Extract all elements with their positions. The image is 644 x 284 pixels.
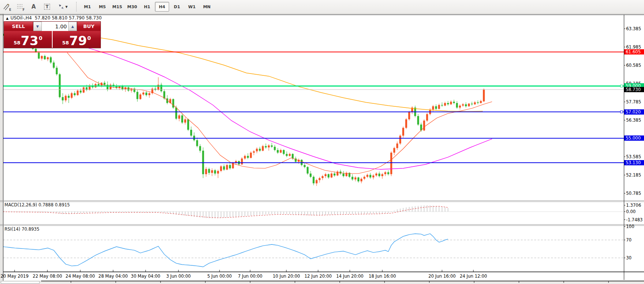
sell-price-display[interactable]: 58730 bbox=[4, 31, 52, 48]
time-axis-label: 24 Jun 12:00 bbox=[460, 274, 487, 279]
timeframe-button-h1[interactable]: H1 bbox=[140, 2, 154, 12]
chart-ohlc-header: ▲USOil-,H4 57.820 58.810 57.790 58.730 bbox=[6, 15, 102, 21]
sell-button[interactable]: SELL bbox=[4, 22, 33, 31]
price-axis-label: 63.385 bbox=[626, 26, 641, 31]
time-axis-label: 5 Jun 00:00 bbox=[207, 274, 232, 279]
timeframe-button-m1[interactable]: M1 bbox=[80, 2, 94, 12]
timeframe-button-m5[interactable]: M5 bbox=[95, 2, 109, 12]
time-axis-label: 22 May 08:00 bbox=[33, 274, 62, 279]
price-axis-label: 61.985 bbox=[626, 44, 641, 50]
macd-axis-label: 1.3706 bbox=[626, 203, 641, 208]
candles-layer bbox=[2, 32, 624, 186]
buy-price-display[interactable]: 58790 bbox=[53, 31, 100, 48]
timeframe-button-m30[interactable]: M30 bbox=[125, 2, 139, 12]
macd-axis-label: 0.00 bbox=[626, 209, 636, 214]
time-axis-label: 28 May 04:00 bbox=[99, 274, 128, 279]
next-chart-top-strip bbox=[0, 281, 644, 284]
time-axis-label: 30 May 04:00 bbox=[131, 274, 161, 279]
buy-button[interactable]: BUY bbox=[77, 22, 100, 31]
time-axis-label: 20 Jun 16:00 bbox=[428, 274, 455, 279]
timeframe-button-h4[interactable]: H4 bbox=[155, 2, 169, 12]
equidistant-channel-icon[interactable]: E bbox=[1, 1, 13, 12]
sell-price-big: 73 bbox=[21, 34, 38, 47]
price-axis-label: 60.585 bbox=[626, 63, 641, 68]
toolbar-separator bbox=[76, 2, 77, 12]
timeframe-button-mn[interactable]: MN bbox=[200, 2, 214, 12]
rsi-axis-label: 100 bbox=[626, 224, 634, 229]
time-axis-label: 20 May 2019 bbox=[1, 274, 29, 279]
time-axis-label: 7 Jun 00:00 bbox=[238, 274, 262, 279]
tool-badge: E bbox=[9, 8, 11, 12]
buy-price-small: 58 bbox=[62, 40, 69, 46]
macd-signal-line bbox=[3, 206, 448, 218]
toolbar: E F A T ▼ M1M5M15M30H1H4D1W1MN bbox=[0, 0, 644, 14]
timeframe-group: M1M5M15M30H1H4D1W1MN bbox=[80, 2, 214, 12]
price-axis-label: 53.585 bbox=[626, 154, 641, 159]
timeframe-button-d1[interactable]: D1 bbox=[170, 2, 184, 12]
price-axis-label: 50.785 bbox=[626, 191, 641, 196]
ma-medium bbox=[87, 47, 492, 169]
price-axis-badge: 53.130 bbox=[624, 160, 644, 165]
price-axis-badge: 61.605 bbox=[624, 49, 644, 54]
volume-decrease-button[interactable]: ▼ bbox=[33, 22, 42, 31]
one-click-trading-panel: SELL ▼ ▲ BUY 58730 58790 bbox=[4, 21, 101, 48]
ma-slow bbox=[87, 36, 483, 112]
timeframe-button-w1[interactable]: W1 bbox=[185, 2, 199, 12]
rsi-line bbox=[3, 234, 448, 267]
macd-label: MACD(12,26,9) 0.7888 0.8915 bbox=[4, 202, 70, 207]
low-value: 57.790 bbox=[69, 15, 85, 21]
time-axis-label: 14 Jun 20:00 bbox=[336, 274, 363, 279]
volume-increase-button[interactable]: ▲ bbox=[68, 22, 77, 31]
macd-layer bbox=[3, 205, 624, 218]
text-box-icon[interactable]: T bbox=[41, 1, 53, 12]
rsi-layer bbox=[3, 234, 624, 267]
sell-price-sup: 0 bbox=[39, 35, 43, 41]
price-axis-label: 52.185 bbox=[626, 172, 641, 178]
open-value: 57.820 bbox=[35, 15, 50, 21]
volume-input[interactable] bbox=[42, 22, 68, 31]
time-axis-label: 24 May 08:00 bbox=[66, 274, 95, 279]
time-axis-label: 12 Jun 20:00 bbox=[304, 274, 332, 279]
price-axis-label: 56.385 bbox=[626, 118, 641, 123]
buy-price-sup: 0 bbox=[87, 35, 91, 41]
price-axis-label: 57.785 bbox=[626, 99, 641, 104]
arrow-tools-icon[interactable]: ▼ bbox=[55, 1, 71, 12]
close-value: 58.730 bbox=[86, 15, 102, 21]
rsi-axis-label: 30 bbox=[626, 255, 632, 260]
sell-price-small: 58 bbox=[13, 40, 20, 46]
timeframe-button-m15[interactable]: M15 bbox=[110, 2, 124, 12]
price-axis-badge: 55.000 bbox=[624, 135, 644, 141]
rsi-label: RSI(14) 70.8935 bbox=[4, 227, 40, 232]
mt4-chart-window: E F A T ▼ M1M5M15M30H1H4D1W1MN ▲USOil-,H… bbox=[0, 0, 644, 284]
next-chart-ruler bbox=[0, 281, 644, 284]
rsi-axis-label: 70 bbox=[626, 237, 632, 243]
chevron-down-icon: ▼ bbox=[65, 5, 68, 9]
text-label-icon[interactable]: A bbox=[28, 1, 40, 12]
fibonacci-retracement-icon[interactable]: F bbox=[14, 1, 26, 12]
time-axis-label: 18 Jun 16:00 bbox=[368, 274, 396, 279]
collapse-arrow-icon[interactable]: ▲ bbox=[6, 16, 9, 20]
ma-fast bbox=[67, 53, 492, 174]
price-axis-badge: 58.730 bbox=[624, 87, 644, 92]
macd-axis-label: -1.7483 bbox=[626, 217, 643, 222]
price-axis-badge: 57.020 bbox=[624, 109, 644, 115]
tool-badge: F bbox=[23, 8, 25, 12]
time-axis-label: 10 Jun 20:00 bbox=[273, 274, 300, 279]
time-axis-label: 3 Jun 00:00 bbox=[166, 274, 191, 279]
high-value: 58.810 bbox=[52, 15, 68, 21]
symbol-period: USOil-,H4 bbox=[10, 15, 32, 21]
buy-price-big: 79 bbox=[69, 34, 87, 47]
